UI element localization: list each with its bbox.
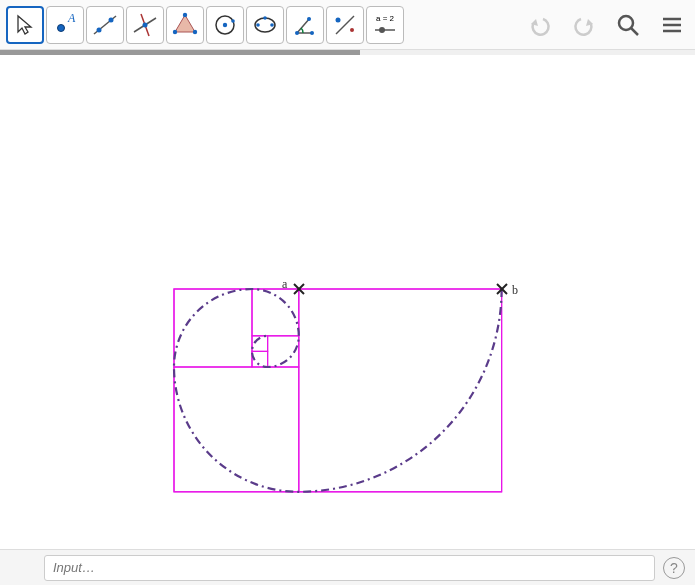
fibonacci-rectangles — [174, 289, 502, 492]
golden-spiral — [174, 289, 502, 492]
tool-ellipse[interactable] — [246, 6, 284, 44]
help-button[interactable]: ? — [663, 557, 685, 579]
tool-move[interactable] — [6, 6, 44, 44]
svg-text:A: A — [67, 11, 76, 25]
tool-reflect[interactable] — [326, 6, 364, 44]
svg-point-16 — [256, 23, 260, 27]
svg-point-4 — [109, 17, 114, 22]
svg-point-17 — [270, 23, 274, 27]
slider-label: a = 2 — [376, 14, 395, 23]
svg-marker-8 — [175, 15, 195, 32]
svg-point-24 — [350, 28, 354, 32]
svg-point-20 — [310, 31, 314, 35]
svg-rect-37 — [174, 289, 502, 492]
search-button[interactable] — [611, 8, 645, 42]
tool-point[interactable]: A — [46, 6, 84, 44]
svg-point-21 — [307, 17, 311, 21]
svg-point-27 — [619, 16, 633, 30]
tool-circle[interactable] — [206, 6, 244, 44]
menu-button[interactable] — [655, 8, 689, 42]
tool-polygon[interactable] — [166, 6, 204, 44]
svg-point-26 — [379, 27, 385, 33]
construction-svg — [0, 55, 695, 549]
point-b-label: b — [512, 283, 518, 298]
svg-point-18 — [263, 16, 267, 20]
command-input[interactable] — [44, 555, 655, 581]
svg-point-11 — [173, 29, 177, 33]
svg-point-7 — [143, 22, 148, 27]
svg-point-3 — [97, 27, 102, 32]
tool-angle[interactable] — [286, 6, 324, 44]
redo-button[interactable] — [567, 8, 601, 42]
svg-rect-39 — [174, 367, 299, 492]
toolbar: A a = 2 — [0, 0, 695, 50]
input-bar: ? — [0, 549, 695, 585]
undo-button[interactable] — [523, 8, 557, 42]
svg-point-13 — [223, 22, 227, 26]
tool-slider[interactable]: a = 2 — [366, 6, 404, 44]
tool-line[interactable] — [86, 6, 124, 44]
svg-line-28 — [631, 28, 638, 35]
point-a-label: a — [282, 277, 287, 292]
svg-point-14 — [231, 19, 235, 23]
right-controls — [523, 8, 689, 42]
svg-rect-38 — [299, 289, 502, 492]
svg-point-10 — [193, 29, 197, 33]
svg-point-19 — [295, 31, 299, 35]
svg-point-0 — [58, 24, 65, 31]
svg-point-9 — [183, 12, 187, 16]
tool-perpendicular[interactable] — [126, 6, 164, 44]
svg-point-23 — [336, 17, 341, 22]
graphics-canvas[interactable]: a b — [0, 55, 695, 549]
tool-group: A a = 2 — [6, 6, 404, 44]
